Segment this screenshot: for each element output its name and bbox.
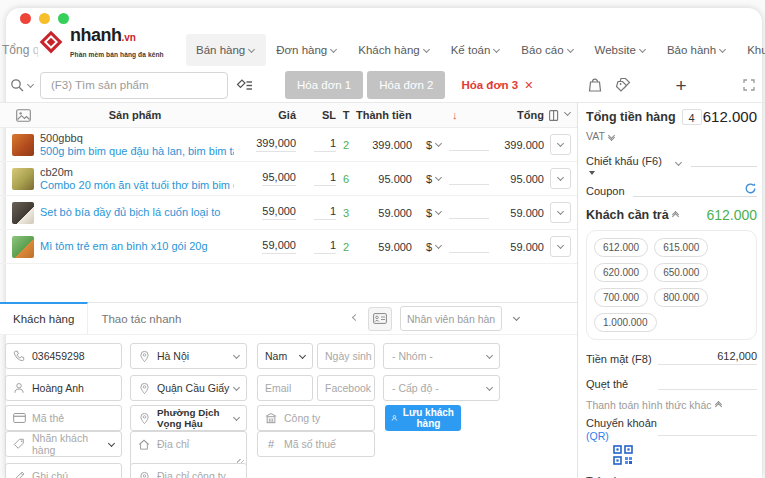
tax-code-input[interactable]	[284, 438, 374, 450]
nav-item-sales[interactable]: Bán hàng	[186, 34, 266, 66]
sort-desc-icon[interactable]: ↓	[452, 109, 458, 121]
row-options-button[interactable]	[550, 168, 571, 189]
nav-item-accounting[interactable]: Kế toán	[441, 34, 512, 66]
qty-input[interactable]: 1	[314, 205, 336, 220]
facebook-input[interactable]	[318, 382, 374, 394]
product-name-link[interactable]: 500g bim bim que đậu hà lan, bim bim tấm…	[40, 145, 230, 158]
seller-input[interactable]	[400, 306, 502, 331]
suggestion-pill[interactable]: 700.000	[594, 288, 648, 307]
qty-input[interactable]: 1	[314, 171, 336, 186]
note-input[interactable]	[32, 470, 121, 478]
row-options-button[interactable]	[550, 202, 571, 223]
email-input[interactable]	[258, 382, 312, 394]
cash-input[interactable]: 612,000	[717, 350, 757, 362]
discount-input[interactable]	[691, 151, 757, 167]
qty-input[interactable]: 1	[314, 239, 336, 254]
suggestion-pill[interactable]: 615.000	[654, 238, 708, 257]
column-settings-button[interactable]	[544, 110, 577, 121]
qr-code-icon[interactable]	[613, 445, 757, 466]
chevron-down-icon[interactable]	[675, 159, 682, 166]
gender-select[interactable]: Nam	[257, 343, 313, 369]
nav-item-orders[interactable]: Đơn hàng	[266, 34, 348, 66]
window-close-button[interactable]	[20, 13, 31, 24]
discount-unit-select[interactable]: $	[426, 207, 432, 219]
tab-customer[interactable]: Khách hàng	[0, 302, 88, 334]
chevron-down-icon[interactable]	[513, 314, 520, 321]
price-input[interactable]: 399,000	[256, 137, 296, 152]
suggestion-pill[interactable]: 620.000	[594, 263, 648, 282]
bag-icon[interactable]	[587, 77, 603, 93]
product-name-link[interactable]: Mì tôm trẻ em an bình x10 gói 20g	[40, 240, 230, 253]
nav-item-website[interactable]: Website	[585, 34, 657, 66]
group-select[interactable]: - Nhóm -	[383, 343, 500, 369]
nav-item-customers[interactable]: Khách hàng	[348, 34, 440, 66]
tags-icon[interactable]	[613, 77, 632, 93]
suggestion-pill[interactable]: 1.000.000	[594, 313, 657, 332]
vat-toggle[interactable]: VAT	[586, 130, 757, 142]
card-code-input[interactable]	[32, 412, 121, 424]
discount-input[interactable]	[449, 241, 489, 253]
city-select[interactable]: Hà Nội	[130, 343, 247, 369]
barcode-scanner-icon[interactable]	[236, 78, 253, 93]
address-input[interactable]	[157, 438, 246, 450]
coupon-input[interactable]	[633, 181, 757, 197]
facebook-field[interactable]	[317, 375, 375, 401]
level-select[interactable]: - Cấp độ -	[383, 375, 500, 401]
company-input[interactable]	[284, 412, 374, 424]
company-field[interactable]	[257, 405, 375, 431]
company-address-field[interactable]	[130, 463, 247, 478]
tab-quick-actions[interactable]: Thao tác nhanh	[88, 303, 194, 334]
fullscreen-icon[interactable]	[743, 79, 755, 91]
customer-label-select[interactable]: Nhãn khách hàng	[5, 431, 122, 457]
birthday-input[interactable]	[318, 350, 374, 362]
company-address-input[interactable]	[157, 470, 246, 478]
price-input[interactable]: 59,000	[262, 239, 296, 254]
other-methods-toggle[interactable]: Thanh toán hình thức khác	[586, 399, 757, 411]
collapse-left-icon[interactable]	[352, 314, 359, 321]
double-chevron-up-icon[interactable]	[673, 212, 678, 219]
product-name-link[interactable]: Set bò bía đầy đủ bịch lá cuốn loại to	[40, 206, 230, 219]
discount-unit-select[interactable]: $	[426, 241, 432, 253]
name-field[interactable]	[5, 375, 122, 401]
invoice-tab-3[interactable]: Hóa đơn 3✕	[449, 71, 545, 99]
district-select[interactable]: Quận Cầu Giấy	[130, 375, 247, 401]
discount-unit-select[interactable]: $	[426, 139, 432, 151]
birthday-field[interactable]	[317, 343, 375, 369]
product-search-input[interactable]	[49, 78, 219, 92]
qty-input[interactable]: 1	[314, 137, 336, 152]
note-field[interactable]	[5, 463, 122, 478]
email-field[interactable]	[257, 375, 313, 401]
product-name-link[interactable]: Combo 20 món ăn vặt tuổi thơ bim bim cay…	[40, 179, 230, 192]
row-options-button[interactable]	[550, 134, 571, 155]
invoice-tab-1[interactable]: Hóa đơn 1	[285, 71, 363, 99]
staff-badge-icon[interactable]	[368, 307, 392, 331]
price-input[interactable]: 59,000	[262, 205, 296, 220]
discount-unit-select[interactable]: $	[426, 173, 432, 185]
transfer-qr-label[interactable]: (QR)	[586, 430, 609, 442]
invoice-tab-2[interactable]: Hóa đơn 2	[367, 71, 445, 99]
save-customer-button[interactable]: Lưu khách hàng	[385, 405, 461, 431]
search-scope-chevron-icon[interactable]	[27, 80, 34, 87]
discount-type-caret[interactable]	[589, 171, 595, 175]
price-input[interactable]: 95,000	[262, 171, 296, 186]
nav-item-reports[interactable]: Báo cáo	[511, 34, 584, 66]
nav-item-promotions[interactable]: Khuyến mại	[737, 34, 765, 66]
window-maximize-button[interactable]	[58, 13, 69, 24]
card-code-field[interactable]	[5, 405, 122, 431]
discount-input[interactable]	[449, 173, 489, 185]
ward-select[interactable]: Phường Dịch Vọng Hậu	[130, 405, 247, 431]
suggestion-pill[interactable]: 650.000	[654, 263, 708, 282]
close-tab-icon[interactable]: ✕	[524, 79, 533, 92]
phone-field[interactable]	[5, 343, 122, 369]
window-minimize-button[interactable]	[39, 13, 50, 24]
refresh-icon[interactable]	[744, 182, 757, 195]
name-input[interactable]	[32, 382, 121, 394]
phone-input[interactable]	[32, 350, 121, 362]
row-options-button[interactable]	[550, 236, 571, 257]
suggestion-pill[interactable]: 612.000	[594, 238, 648, 257]
discount-input[interactable]	[449, 139, 489, 151]
discount-input[interactable]	[449, 207, 489, 219]
nav-item-warranty[interactable]: Bảo hành	[657, 34, 737, 66]
suggestion-pill[interactable]: 800.000	[654, 288, 708, 307]
tax-code-field[interactable]: #	[257, 431, 375, 457]
